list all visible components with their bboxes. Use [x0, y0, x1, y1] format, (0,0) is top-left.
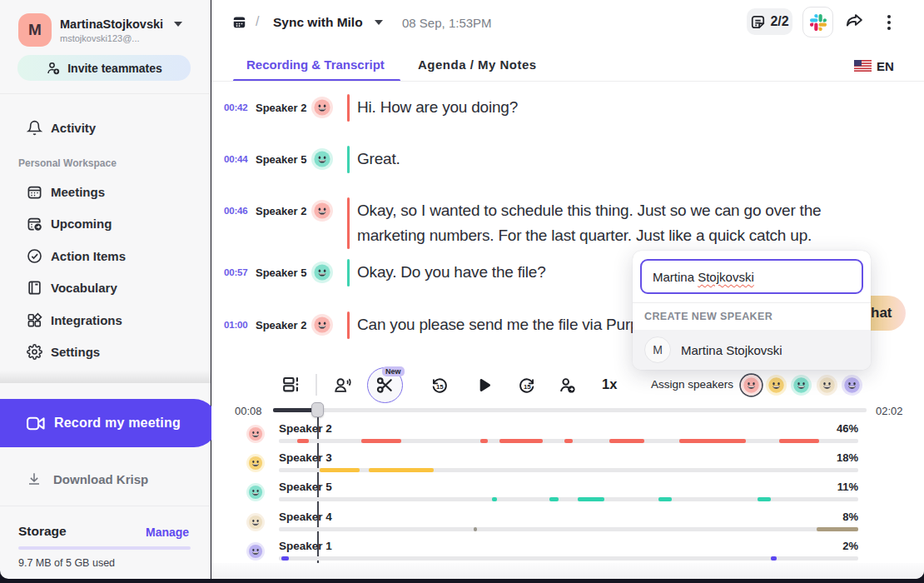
- svg-text:15: 15: [524, 383, 531, 391]
- svg-text:15: 15: [436, 383, 444, 391]
